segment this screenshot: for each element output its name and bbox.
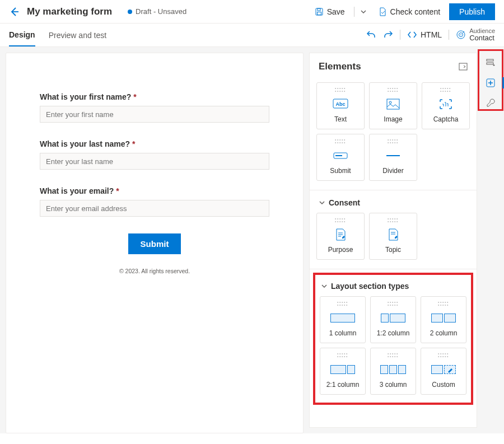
redo-button[interactable] [383, 30, 393, 40]
fields-icon [486, 58, 496, 68]
chevron-down-icon [321, 283, 328, 289]
status-text: Draft - Unsaved [136, 7, 186, 16]
grip-icon: •••••••••• [337, 353, 348, 358]
grip-icon: •••••••••• [438, 353, 449, 358]
element-topic[interactable]: •••••••••• Topic [369, 213, 417, 260]
document-check-icon [378, 7, 387, 16]
element-submit[interactable]: •••••••••• Submit [316, 134, 365, 181]
subheader-tools: HTML Audience Contact [366, 27, 495, 42]
svg-rect-14 [487, 59, 493, 61]
expand-icon [459, 63, 468, 71]
grip-icon: •••••••••• [388, 218, 399, 223]
topic-icon [387, 226, 399, 244]
editor-body: What is your first name?* What is your l… [0, 47, 504, 433]
element-text[interactable]: •••••••••• Abc Text [316, 82, 365, 129]
grip-icon: •••••••••• [335, 87, 346, 93]
divider-icon [386, 147, 400, 165]
element-divider[interactable]: •••••••••• Divider [369, 134, 417, 181]
email-label: What is your email?* [40, 186, 269, 195]
layout-2-column[interactable]: •••••••••• 2 column [421, 296, 466, 343]
form-submit-button[interactable]: Submit [128, 233, 181, 254]
save-button[interactable]: Save [309, 4, 351, 20]
svg-rect-2 [317, 12, 321, 15]
svg-rect-12 [335, 155, 342, 156]
layout-1-column[interactable]: •••••••••• 1 column [320, 296, 366, 343]
consent-section: Consent •••••••••• Purpose •••••••••• To… [310, 190, 477, 269]
elements-panel-title: Elements [319, 61, 459, 72]
elements-panel-header: Elements [310, 53, 477, 78]
purpose-icon [334, 226, 347, 244]
three-column-icon [380, 365, 406, 374]
rail-fields-button[interactable] [482, 54, 500, 72]
check-content-button[interactable]: Check content [372, 4, 446, 20]
separator [449, 30, 449, 40]
form-footer-text: © 2023. All rights reserved. [40, 268, 269, 274]
separator [354, 7, 354, 17]
canvas-column: What is your first name?* What is your l… [0, 47, 309, 433]
grip-icon: •••••••••• [438, 301, 449, 307]
undo-icon [366, 30, 376, 40]
layout-section-toggle[interactable]: Layout section types [320, 278, 466, 296]
panel-expand-button[interactable] [459, 63, 468, 71]
element-captcha[interactable]: •••••••••• Captcha [422, 82, 470, 129]
element-image[interactable]: •••••••••• Image [369, 82, 417, 129]
back-arrow-icon[interactable] [9, 6, 20, 17]
form-field-email[interactable]: What is your email?* [40, 186, 269, 217]
layout-3-column[interactable]: •••••••••• 3 column [370, 348, 416, 395]
grip-icon: •••••••••• [388, 139, 399, 144]
save-icon [315, 7, 324, 16]
wrench-icon [486, 98, 496, 108]
grip-icon: •••••••••• [388, 301, 399, 307]
layout-custom[interactable]: •••••••••• Custom [421, 348, 466, 395]
rail-elements-button[interactable] [482, 74, 500, 92]
chevron-down-icon [319, 199, 325, 206]
element-purpose[interactable]: •••••••••• Purpose [316, 213, 365, 260]
add-element-icon [486, 78, 496, 88]
last-name-label: What is your last name?* [40, 139, 269, 148]
form-field-last-name[interactable]: What is your last name?* [40, 139, 269, 170]
grip-icon: •••••••••• [337, 301, 348, 307]
first-name-label: What is your first name?* [40, 92, 269, 101]
chevron-down-icon [360, 8, 367, 15]
last-name-input[interactable] [40, 153, 269, 170]
rail-settings-button[interactable] [482, 94, 500, 112]
tab-preview[interactable]: Preview and test [49, 25, 107, 46]
publish-button[interactable]: Publish [449, 3, 495, 20]
text-icon: Abc [333, 95, 348, 113]
page-title: My marketing form [27, 6, 112, 17]
grip-icon: •••••••••• [440, 87, 451, 93]
separator [400, 30, 400, 40]
undo-button[interactable] [366, 30, 376, 40]
captcha-icon [438, 95, 453, 113]
layout-1-2-column[interactable]: •••••••••• 1:2 column [370, 296, 416, 343]
two-one-column-icon [330, 365, 355, 374]
code-icon [407, 30, 417, 40]
one-two-column-icon [381, 314, 405, 323]
audience-selector[interactable]: Audience Contact [456, 27, 495, 42]
header-bar: My marketing form Draft - Unsaved Save C… [0, 0, 504, 24]
tab-design[interactable]: Design [9, 24, 35, 46]
svg-point-5 [460, 35, 461, 36]
one-column-icon [330, 314, 355, 323]
basic-elements-section: •••••••••• Abc Text •••••••••• Image •••… [310, 78, 477, 190]
custom-column-icon [431, 365, 456, 374]
form-canvas[interactable]: What is your first name?* What is your l… [6, 53, 304, 433]
image-icon [386, 95, 400, 113]
layout-section-highlight: Layout section types •••••••••• 1 column… [313, 273, 473, 405]
submit-icon [333, 147, 348, 165]
grip-icon: •••••••••• [335, 218, 346, 223]
grip-icon: •••••••••• [335, 139, 346, 144]
form-field-first-name[interactable]: What is your first name?* [40, 92, 269, 123]
two-column-icon [431, 314, 456, 323]
svg-rect-9 [387, 99, 399, 109]
redo-icon [383, 30, 393, 40]
first-name-input[interactable] [40, 106, 269, 123]
svg-rect-15 [487, 63, 493, 64]
layout-2-1-column[interactable]: •••••••••• 2:1 column [320, 348, 366, 395]
svg-text:Abc: Abc [335, 101, 345, 107]
save-dropdown[interactable] [358, 5, 369, 18]
consent-section-toggle[interactable]: Consent [316, 195, 470, 213]
html-button[interactable]: HTML [407, 30, 442, 40]
grip-icon: •••••••••• [388, 87, 399, 93]
email-input[interactable] [40, 200, 269, 217]
